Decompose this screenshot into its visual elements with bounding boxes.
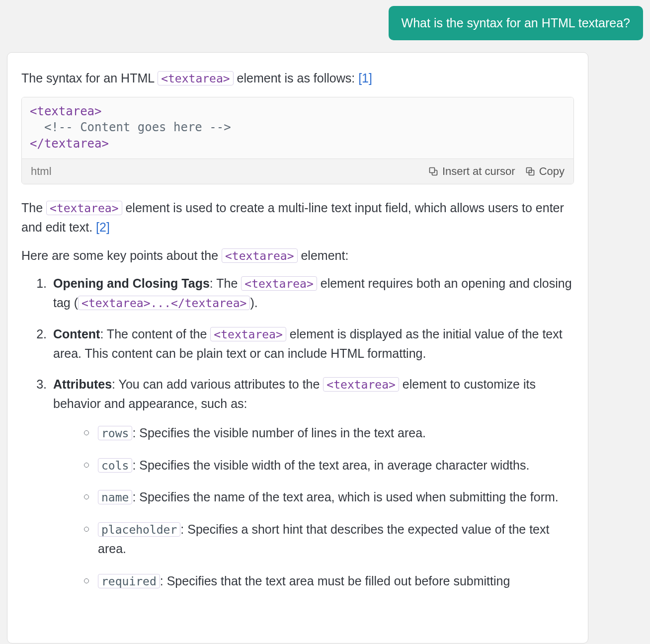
code-block-footer: html Insert at cursor Copy (22, 159, 573, 184)
assistant-message: The syntax for an HTML <textarea> elemen… (7, 52, 588, 644)
insert-label: Insert at cursor (442, 163, 515, 180)
attributes-list: rows: Specifies the visible number of li… (53, 423, 574, 591)
keypoint-1: Opening and Closing Tags: The <textarea>… (50, 274, 574, 313)
keypoint-3: Attributes: You can add various attribut… (50, 375, 574, 590)
code-line-2: <!-- Content goes here --> (44, 120, 231, 134)
kp1-seg1: : The (210, 276, 241, 290)
keypoints-code: <textarea> (222, 248, 297, 263)
attr-rows: rows: Specifies the visible number of li… (84, 423, 574, 443)
attr-required-desc: : Specifies that the text area must be f… (160, 574, 510, 588)
kp1-title: Opening and Closing Tags (53, 276, 210, 290)
attr-cols-desc: : Specifies the visible width of the tex… (132, 458, 529, 472)
code-block: <textarea> <!-- Content goes here --> </… (21, 97, 574, 184)
insert-icon (428, 166, 438, 176)
chat-area: What is the syntax for an HTML textarea?… (0, 0, 650, 644)
code-line-3: </textarea> (30, 137, 109, 151)
attr-name-desc: : Specifies the name of the text area, w… (132, 490, 558, 504)
copy-icon (525, 166, 535, 176)
copy-label: Copy (539, 163, 565, 180)
attr-required-name: required (98, 574, 160, 588)
code-lang-label: html (31, 163, 52, 180)
citation-2[interactable]: [2] (96, 220, 110, 234)
attr-required: required: Specifies that the text area m… (84, 571, 574, 591)
desc-code: <textarea> (46, 201, 122, 215)
keypoint-2: Content: The content of the <textarea> e… (50, 324, 574, 363)
intro-suffix: element is as follows: (237, 71, 359, 85)
attr-name-name: name (98, 490, 132, 504)
keypoints-list: Opening and Closing Tags: The <textarea>… (21, 274, 574, 590)
attr-cols-name: cols (98, 458, 132, 473)
code-block-content: <textarea> <!-- Content goes here --> </… (22, 97, 573, 159)
kp1-code2: <textarea>...</textarea> (78, 296, 250, 310)
code-line-1: <textarea> (30, 104, 102, 118)
citation-1[interactable]: [1] (358, 71, 372, 85)
desc-paragraph: The <textarea> element is used to create… (21, 198, 574, 237)
keypoints-prefix: Here are some key points about the (21, 248, 222, 262)
user-message-row: What is the syntax for an HTML textarea? (0, 6, 650, 52)
intro-code: <textarea> (158, 71, 233, 85)
user-message: What is the syntax for an HTML textarea? (389, 6, 643, 40)
desc-prefix: The (21, 201, 46, 215)
attr-rows-desc: : Specifies the visible number of lines … (132, 426, 426, 440)
keypoints-intro: Here are some key points about the <text… (21, 246, 574, 265)
kp3-code1: <textarea> (323, 377, 399, 392)
attr-placeholder-name: placeholder (98, 522, 180, 537)
kp2-code1: <textarea> (210, 327, 286, 341)
kp3-seg1: : You can add various attributes to the (112, 377, 323, 391)
insert-at-cursor-button[interactable]: Insert at cursor (428, 163, 515, 180)
attr-name: name: Specifies the name of the text are… (84, 487, 574, 507)
kp3-title: Attributes (53, 377, 112, 391)
kp2-title: Content (53, 327, 100, 341)
kp2-seg1: : The content of the (100, 327, 210, 341)
intro-prefix: The syntax for an HTML (21, 71, 158, 85)
svg-rect-0 (429, 167, 434, 172)
kp1-seg3: ). (250, 296, 257, 310)
user-message-text: What is the syntax for an HTML textarea? (402, 16, 630, 30)
kp1-code1: <textarea> (241, 276, 317, 291)
copy-button[interactable]: Copy (525, 163, 565, 180)
attr-placeholder: placeholder: Specifies a short hint that… (84, 520, 574, 559)
attr-cols: cols: Specifies the visible width of the… (84, 456, 574, 475)
attr-rows-name: rows (98, 426, 132, 440)
intro-paragraph: The syntax for an HTML <textarea> elemen… (21, 69, 574, 88)
keypoints-suffix: element: (301, 248, 348, 262)
